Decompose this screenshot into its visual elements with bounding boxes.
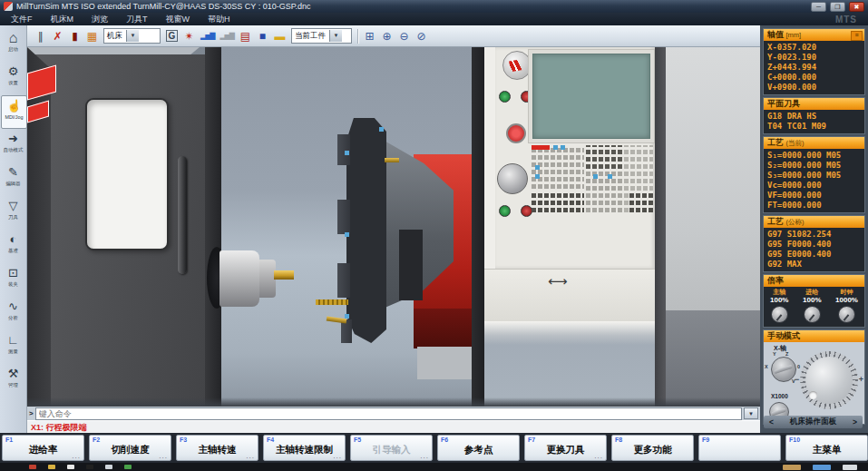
fkey-number: F2 (93, 437, 100, 443)
collision-check-icon[interactable]: ✗ (52, 29, 63, 44)
zoom-reset-icon[interactable]: ⊘ (415, 29, 427, 44)
manual-mode-section: 手动模式 X-轴 Y Z X 0 V − + X1000 (763, 329, 865, 425)
sidebar-item-tools[interactable]: ▽ 刀具 (1, 196, 25, 228)
minimize-button[interactable]: ─ (811, 2, 826, 12)
drill-bit (316, 299, 348, 305)
command-history-dropdown[interactable]: ▼ (744, 407, 758, 419)
sidebar-item-manage[interactable]: ⚒ 管理 (1, 364, 25, 396)
sidebar-item-clamping[interactable]: ⊡ 装夹 (1, 263, 25, 295)
statistics-icon[interactable]: ▂▅▇ (200, 29, 214, 44)
process-line: FT=0000.000 (767, 201, 861, 211)
sidebar-item-label: 启动 (2, 46, 24, 52)
softkey-f2[interactable]: F2 切削速度 ... (89, 435, 171, 461)
fkey-label: 主菜单 (786, 444, 867, 456)
gcode-icon[interactable]: G (166, 30, 178, 42)
menu-icon[interactable]: ≡ (851, 31, 863, 41)
close-button[interactable]: ✖ (849, 2, 864, 12)
section-title: 工艺 (767, 138, 784, 147)
tool-holder (337, 200, 350, 234)
solid-view-icon[interactable]: ■ (257, 29, 268, 44)
menu-bar: 文件F 机床M 浏览 刀具T 视窗W 帮助H MTS (0, 13, 868, 25)
mode-sidebar: ⌂ 启动 ⚙ 设置 ☝ MDI/Jog ➜ 自动模式 ✎ 编辑器 ▽ 刀具 ◐ … (0, 25, 27, 433)
toolbar: ∥ ✗ ▮ ▦ 机床 ▼ G ✴ ▂▅▇ ▂▅▇ ▤ ■ ▬ 当前工件 ▼ ⊞ … (0, 25, 760, 47)
drill-bit (385, 158, 399, 162)
coolant-clamp (379, 127, 384, 132)
fkey-number: F8 (615, 437, 622, 443)
sidebar-item-auto-mode[interactable]: ➜ 自动模式 (1, 129, 25, 161)
machine-3d-viewport[interactable]: ⟷ (27, 47, 760, 407)
sidebar-item-datum[interactable]: ◐ 基准 (1, 230, 25, 261)
tool-turret-plate (346, 118, 386, 343)
softkey-f3[interactable]: F3 主轴转速 ... (176, 435, 258, 461)
restore-button[interactable]: ❐ (830, 2, 845, 12)
tool-basket-icon[interactable]: ▤ (239, 29, 251, 44)
os-taskbar[interactable] (0, 463, 868, 471)
menu-file[interactable]: 文件F (11, 14, 33, 25)
handwheel[interactable] (800, 351, 858, 409)
sidebar-item-label: 基准 (2, 248, 24, 253)
fkey-number: F6 (441, 437, 448, 443)
axis-selector-knob[interactable] (771, 357, 796, 382)
softkey-f9[interactable]: F9 ... (698, 435, 781, 461)
hand-icon: ☝ (2, 97, 26, 114)
softkey-f5[interactable]: F5 引导输入 ... (350, 435, 433, 461)
view-select[interactable]: 机床 ▼ (103, 28, 161, 44)
mark-y: Y (773, 351, 776, 357)
spindle-override-knob[interactable] (771, 306, 788, 323)
window-title: MillTurnSim MTS ISO extended TurnMill-CY… (16, 2, 807, 11)
mts-logo: MTS (835, 15, 857, 25)
taskbar-button (813, 465, 831, 470)
zoom-in-icon[interactable]: ⊕ (381, 29, 393, 44)
menu-help[interactable]: 帮助H (208, 14, 230, 25)
sidebar-item-label: 测量 (2, 348, 24, 354)
sidebar-item-editor[interactable]: ✎ 编辑器 (1, 162, 25, 194)
zoom-fit-icon[interactable]: ⊞ (364, 29, 375, 44)
machine-base (417, 347, 472, 379)
time-override-knob[interactable] (838, 306, 855, 323)
sidebar-item-start[interactable]: ⌂ 启动 (1, 28, 25, 60)
chevron-down-icon[interactable]: ▼ (329, 30, 342, 42)
sidebar-item-setup[interactable]: ⚙ 设置 (1, 62, 25, 93)
outer-floor (666, 310, 760, 407)
softkey-f7[interactable]: F7 更换刀具 ... (524, 435, 607, 461)
parallel-measure-icon[interactable]: ∥ (34, 29, 46, 44)
command-input[interactable] (35, 407, 742, 420)
taskbar-icon (48, 465, 55, 469)
measure-tool-icon[interactable]: ▬ (274, 29, 286, 44)
softkey-f6[interactable]: F6 参考点 ... (437, 435, 520, 461)
handwheel-handle (809, 391, 817, 399)
plane-tool-section: 平面刀具 G18 DRA HS T04 TC01 M09 (763, 97, 865, 134)
menu-tools[interactable]: 刀具T (126, 14, 148, 25)
prev-panel-arrow[interactable]: < (769, 417, 774, 427)
workpiece-select[interactable]: 当前工件 ▼ (291, 28, 352, 44)
dots-icon: ... (420, 452, 429, 460)
override-value: 100% (803, 296, 821, 304)
menu-browse[interactable]: 浏览 (92, 14, 108, 25)
keypad-block (586, 171, 622, 212)
process-line: Vc=0000.000 (767, 181, 861, 191)
stock-icon[interactable]: ▮ (69, 29, 81, 44)
sidebar-item-measure[interactable]: ∟ 测量 (1, 330, 25, 362)
chevron-down-icon[interactable]: ▼ (126, 30, 139, 42)
axes-icon[interactable]: ✴ (183, 29, 195, 44)
menu-machine[interactable]: 机床M (51, 14, 74, 25)
status-error-message: X1: 行程极限端 (27, 420, 760, 433)
sidebar-item-mdi-jog[interactable]: ☝ MDI/Jog (1, 95, 27, 129)
plus-sign: + (859, 375, 863, 384)
section-title: 平面刀具 (767, 99, 800, 108)
softkey-f10[interactable]: F10 主菜单 ... (785, 435, 868, 461)
softkey-f4[interactable]: F4 主轴转速限制 ... (263, 435, 346, 461)
sidebar-item-analysis[interactable]: ∿ 分析 (1, 297, 25, 329)
softkey-f1[interactable]: F1 进给率 ... (2, 435, 84, 461)
process-line: G97 S1082.254 (767, 230, 861, 240)
spindle-chuck (219, 250, 259, 307)
statistics-disabled-icon: ▂▅▇ (219, 29, 233, 44)
title-bar: MillTurnSim MTS ISO extended TurnMill-CY… (0, 0, 868, 13)
softkey-f8[interactable]: F8 更多功能 ... (611, 435, 694, 461)
feed-override-knob[interactable] (804, 306, 821, 323)
frame-column (205, 47, 221, 407)
machine-view-icon[interactable]: ▦ (86, 29, 98, 44)
menu-window[interactable]: 视窗W (166, 14, 190, 25)
next-panel-arrow[interactable]: > (853, 417, 857, 427)
zoom-out-icon[interactable]: ⊖ (398, 29, 410, 44)
